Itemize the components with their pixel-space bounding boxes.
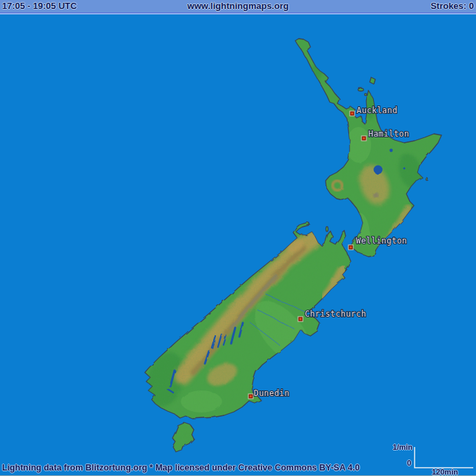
city-marker-hamilton [361,136,366,141]
city-label-hamilton: Hamilton [368,129,409,139]
header-bar: 17:05 - 19:05 UTC www.lightningmaps.org … [0,0,476,13]
map-canvas[interactable]: Auckland Hamilton Wellington Christchurc… [0,0,476,476]
city-label-wellington: Wellington [356,236,407,246]
east-coast-islet [425,177,427,179]
lightningmaps-app-window: Auckland Hamilton Wellington Christchurc… [0,0,476,476]
city-label-dunedin: Dunedin [254,388,290,398]
city-marker-wellington [348,245,353,250]
kapiti-island [326,226,328,231]
attribution-text: Lightning data from Blitzortung.org * Ma… [2,463,359,473]
city-marker-auckland [350,111,355,116]
legend-rate-min-label: 0 [407,459,411,467]
stroke-rate-legend: 1/min 0 120min [386,442,476,476]
great-barrier-island [370,77,375,84]
time-range-label: 17:05 - 19:05 UTC [2,0,77,12]
city-marker-christchurch [298,317,303,321]
gulf-islet [364,93,366,95]
city-label-auckland: Auckland [357,106,397,115]
lake-taupo [374,166,383,175]
lake-rotorua [390,149,393,152]
strokes-counter: Strokes: 0 [430,0,474,12]
city-label-christchurch: Christchurch [305,309,366,319]
legend-rate-max-label: 1/min [393,443,413,451]
waiheke-island [358,88,364,91]
city-marker-dunedin [248,394,253,399]
